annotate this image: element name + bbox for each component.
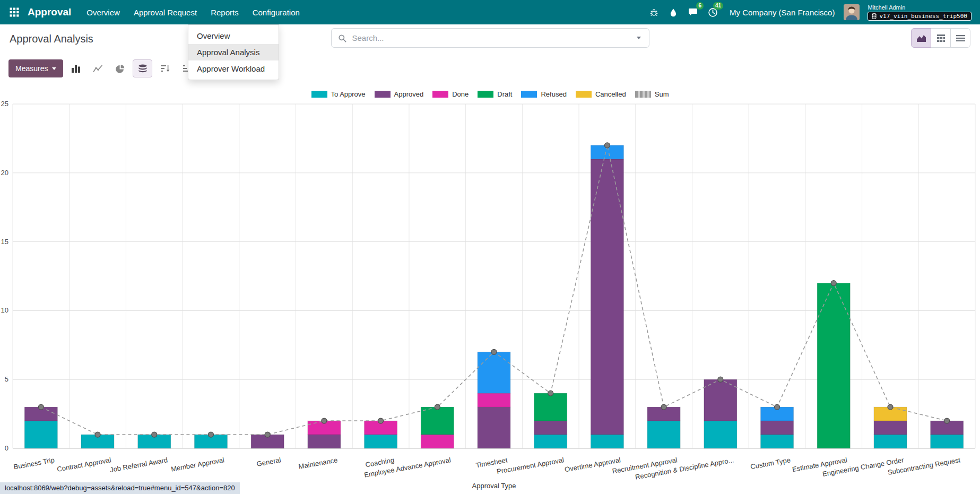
topnav-overview[interactable]: Overview — [80, 0, 127, 24]
legend-item-approved[interactable]: Approved — [375, 90, 424, 98]
x-tick-label: Job Referral Award — [109, 456, 168, 474]
bar-segment[interactable] — [421, 435, 454, 448]
bar-segment[interactable] — [874, 421, 907, 435]
bar-segment[interactable] — [647, 421, 680, 448]
measures-button[interactable]: Measures — [8, 59, 63, 77]
legend-label: Approved — [394, 90, 424, 98]
bar-chart-button[interactable] — [66, 59, 85, 77]
bar-segment[interactable] — [421, 407, 454, 435]
user-block[interactable]: Mitchell Admin v17_viin_business_trip500 — [868, 4, 972, 21]
bar-segment[interactable] — [534, 435, 567, 448]
legend-label: Cancelled — [595, 90, 626, 98]
view-switch-graph[interactable] — [911, 28, 931, 48]
legend-label: To Approve — [331, 90, 366, 98]
legend-item-draft[interactable]: Draft — [478, 90, 512, 98]
line-chart-icon — [93, 64, 103, 73]
topnav-configuration[interactable]: Configuration — [246, 0, 307, 24]
chart-toolbar: Measures — [8, 59, 197, 77]
sort-descending-button[interactable] — [155, 59, 175, 77]
sum-marker[interactable] — [95, 432, 100, 437]
bar-segment[interactable] — [478, 407, 510, 448]
sum-marker[interactable] — [378, 418, 384, 423]
chevron-down-icon — [52, 67, 56, 70]
sum-marker[interactable] — [604, 143, 610, 148]
legend-swatch — [432, 91, 448, 98]
sum-marker[interactable] — [944, 418, 950, 423]
legend-item-done[interactable]: Done — [432, 90, 469, 98]
debug-bug-icon[interactable] — [646, 4, 662, 20]
sum-marker[interactable] — [322, 418, 327, 423]
bar-segment[interactable] — [534, 393, 567, 421]
sum-marker[interactable] — [265, 432, 270, 437]
database-name: v17_viin_business_trip500 — [879, 13, 967, 20]
pivot-view-icon — [936, 34, 946, 42]
top-bar: Approval OverviewApproval RequestReports… — [0, 0, 980, 24]
bar-segment[interactable] — [365, 435, 397, 448]
stacked-toggle-button[interactable] — [133, 59, 152, 77]
legend-swatch — [576, 91, 592, 98]
legend-swatch — [375, 91, 391, 98]
pie-chart-button[interactable] — [110, 59, 130, 77]
topnav-reports[interactable]: Reports — [204, 0, 246, 24]
menu-item-approval-analysis[interactable]: Approval Analysis — [188, 44, 279, 60]
bar-segment[interactable] — [534, 421, 567, 435]
y-tick-label: 10 — [1, 306, 8, 314]
y-tick-label: 15 — [1, 238, 8, 246]
chart-legend: To ApproveApprovedDoneDraftRefusedCancel… — [0, 90, 980, 98]
sum-marker[interactable] — [548, 391, 553, 396]
bar-segment[interactable] — [478, 352, 510, 393]
legend-swatch — [635, 91, 651, 98]
legend-item-cancelled[interactable]: Cancelled — [576, 90, 626, 98]
sum-marker[interactable] — [718, 377, 723, 382]
sum-marker[interactable] — [491, 349, 497, 354]
search-box — [331, 28, 649, 48]
sum-marker[interactable] — [831, 280, 836, 285]
stacked-icon — [138, 64, 148, 73]
bar-segment[interactable] — [704, 379, 737, 421]
legend-swatch — [521, 91, 537, 98]
legend-item-sum[interactable]: Sum — [635, 90, 669, 98]
sum-marker[interactable] — [435, 404, 440, 410]
water-drop-icon[interactable] — [665, 4, 681, 20]
apps-grid-icon[interactable] — [6, 4, 22, 20]
topnav-approval-request[interactable]: Approval Request — [127, 0, 204, 24]
legend-item-refused[interactable]: Refused — [521, 90, 566, 98]
search-input[interactable] — [351, 33, 629, 43]
bar-segment[interactable] — [591, 435, 623, 448]
bar-segment[interactable] — [931, 435, 964, 448]
search-icon — [338, 34, 346, 42]
view-switch-pivot[interactable] — [931, 28, 951, 48]
sum-marker[interactable] — [888, 404, 893, 410]
bar-segment[interactable] — [478, 393, 510, 407]
y-tick-label: 25 — [1, 101, 8, 108]
menu-item-overview[interactable]: Overview — [188, 28, 279, 44]
legend-label: Done — [452, 90, 469, 98]
line-chart-button[interactable] — [88, 59, 108, 77]
bar-segment[interactable] — [761, 421, 794, 435]
legend-label: Sum — [655, 90, 669, 98]
bar-segment[interactable] — [24, 421, 57, 448]
activities-clock-icon[interactable]: 41 — [705, 4, 721, 20]
app-brand[interactable]: Approval — [28, 6, 71, 18]
x-tick-label: General — [256, 456, 282, 468]
sum-marker[interactable] — [775, 404, 780, 410]
sum-marker[interactable] — [208, 432, 213, 437]
search-dropdown-toggle[interactable] — [629, 29, 649, 47]
bar-segment[interactable] — [308, 435, 341, 448]
y-tick-label: 20 — [1, 169, 8, 177]
legend-item-to-approve[interactable]: To Approve — [311, 90, 366, 98]
sum-marker[interactable] — [661, 404, 666, 410]
bar-segment[interactable] — [704, 421, 737, 448]
menu-item-approver-workload[interactable]: Approver Workload — [188, 60, 279, 77]
sum-marker[interactable] — [38, 404, 44, 410]
page-title: Approval Analysis — [10, 33, 93, 45]
app-window: Approval OverviewApproval RequestReports… — [0, 0, 980, 494]
messages-icon[interactable]: 6 — [685, 4, 701, 20]
user-avatar[interactable] — [844, 4, 860, 20]
sum-marker[interactable] — [152, 432, 157, 437]
bar-segment[interactable] — [874, 435, 907, 448]
company-switcher[interactable]: My Company (San Francisco) — [730, 8, 835, 17]
x-tick-label: Contract Approval — [56, 456, 111, 473]
bar-segment[interactable] — [761, 435, 794, 448]
view-switch-list[interactable] — [950, 28, 970, 48]
